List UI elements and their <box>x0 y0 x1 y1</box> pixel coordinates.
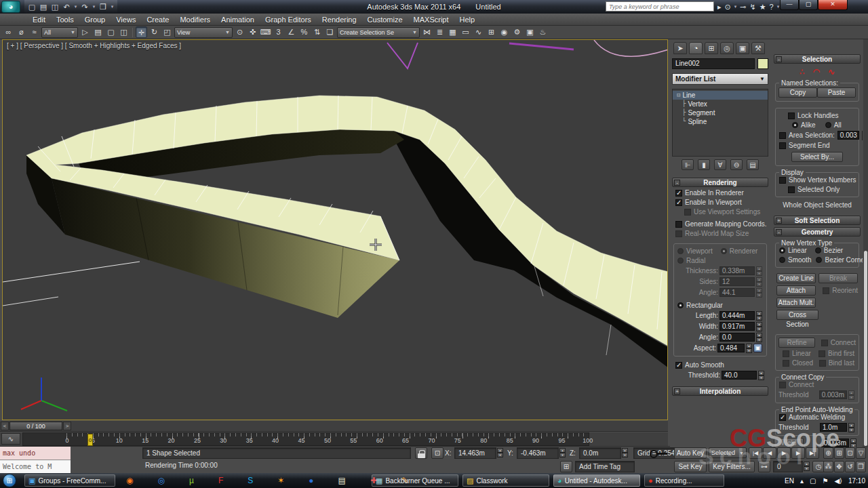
menu-item[interactable]: Modifiers <box>174 16 216 24</box>
track-bar-ruler[interactable]: 0510152025303540455055606570758085909510… <box>22 432 589 446</box>
maximize-button[interactable]: ▢ <box>799 0 818 10</box>
selection-lock-icon[interactable] <box>415 447 427 459</box>
select-by-name-icon[interactable]: ▤ <box>92 26 104 38</box>
tray-expand-icon[interactable]: ▴ <box>800 477 804 485</box>
length-field[interactable]: 0.444m <box>719 311 755 320</box>
time-slider-handle[interactable]: 0 / 100 <box>9 422 62 430</box>
object-name-field[interactable]: Line002 <box>672 58 755 69</box>
material-editor-icon[interactable]: ◉ <box>498 26 510 38</box>
sides-field[interactable]: 12 <box>719 277 755 286</box>
set-keys-key-icon[interactable] <box>648 447 671 459</box>
keyboard-override-icon[interactable]: ⌨ <box>260 26 271 38</box>
tab-hierarchy[interactable]: ⊞ <box>705 42 718 54</box>
open-file-icon[interactable]: ▤ <box>39 3 48 12</box>
pan-icon[interactable]: ✥ <box>834 461 844 472</box>
snaps-toggle-icon[interactable]: 3 <box>273 26 284 38</box>
viewport-label[interactable]: [ + ] [ Perspective ] [ Smooth + Highlig… <box>7 42 181 49</box>
linear-vertex-radio[interactable] <box>779 247 785 253</box>
x-spinner[interactable]: ▲▼ <box>497 448 503 457</box>
tab-motion[interactable]: ◎ <box>720 42 734 54</box>
selection-region-icon[interactable]: ▢ <box>105 26 117 38</box>
application-menu-button[interactable]: ◕ <box>1 1 20 13</box>
connect-copy-threshold-field[interactable]: 0.003m <box>819 390 847 399</box>
z-spinner[interactable]: ▲▼ <box>622 448 628 457</box>
vertex-subobject-icon[interactable]: ∴ <box>800 67 805 77</box>
weld-threshold-spinner[interactable]: ▲▼ <box>850 439 856 447</box>
cross-section-button[interactable]: Cross Section <box>776 310 818 320</box>
unlink-selection-icon[interactable]: ⌀ <box>16 26 27 38</box>
tab-create[interactable]: ➤ <box>673 42 687 54</box>
paste-named-selection-button[interactable]: Paste <box>817 87 856 98</box>
previous-frame-button[interactable]: ◀ <box>763 447 776 459</box>
select-and-scale-icon[interactable]: ◰ <box>161 26 173 38</box>
scrollbar-thumb[interactable] <box>864 251 867 446</box>
rendering-rollout-header[interactable]: - Rendering <box>672 178 768 187</box>
bind-last-checkbox[interactable] <box>819 360 826 367</box>
use-pivot-center-icon[interactable]: ⊙ <box>234 26 245 38</box>
mirror-icon[interactable]: ⋈ <box>421 26 433 38</box>
make-unique-button[interactable]: ∀ <box>714 159 726 170</box>
zoom-icon[interactable]: ⊕ <box>823 447 833 459</box>
modifier-stack-row[interactable]: ├Segment <box>673 108 768 117</box>
aspect-field[interactable]: 0.484 <box>717 344 745 352</box>
percent-snap-icon[interactable]: % <box>298 26 310 38</box>
tab-display[interactable]: ▣ <box>736 42 749 54</box>
redo-dropdown-icon[interactable]: ▾ <box>92 4 96 9</box>
auto-key-button[interactable]: Auto Key <box>674 447 707 459</box>
language-indicator[interactable]: EN <box>785 477 794 485</box>
next-frame-button[interactable]: ▶ <box>791 447 805 459</box>
start-button[interactable]: ⊞ <box>3 474 16 487</box>
y-spinner[interactable]: ▲▼ <box>559 448 566 457</box>
align-icon[interactable]: ≣ <box>434 26 446 38</box>
firefox-icon[interactable]: ◉ <box>126 476 133 485</box>
graphite-ribbon-icon[interactable]: ▭ <box>460 26 471 38</box>
attach-button[interactable]: Attach <box>776 285 816 296</box>
help-dropdown-icon[interactable]: ▾ <box>777 4 780 9</box>
perspective-viewport[interactable]: [ + ] [ Perspective ] [ Smooth + Highlig… <box>2 39 668 420</box>
modifier-stack-row[interactable]: └Spline <box>673 117 768 126</box>
toolbar-options-icon[interactable]: ▾ <box>110 4 115 9</box>
infocenter-search-input[interactable] <box>606 1 714 12</box>
radial-angle-field[interactable]: 44.1 <box>719 288 755 297</box>
x-coordinate-field[interactable]: 14.463m <box>454 447 496 459</box>
break-button[interactable]: Break <box>818 273 858 283</box>
utorrent-icon[interactable]: µ <box>189 476 194 485</box>
render-production-icon[interactable]: ♨ <box>537 26 549 38</box>
close-button[interactable]: ✕ <box>818 0 848 10</box>
infocenter-expand-icon[interactable]: ▸ <box>717 3 722 12</box>
smooth-vertex-radio[interactable] <box>779 257 785 263</box>
selected-only-checkbox[interactable] <box>788 186 795 193</box>
area-selection-spinner[interactable]: ▲▼ <box>862 131 863 140</box>
current-frame-marker[interactable]: 0 <box>87 434 93 446</box>
clock[interactable]: 17:10 <box>848 477 865 485</box>
favorites-star-icon[interactable]: ★ <box>760 3 766 12</box>
select-and-manipulate-icon[interactable]: ✜ <box>247 26 258 38</box>
menu-item[interactable]: Views <box>111 16 141 24</box>
bezier-vertex-radio[interactable] <box>815 247 821 253</box>
auto-weld-threshold-spinner[interactable]: ▲▼ <box>848 423 854 432</box>
render-setup-icon[interactable]: ⚙ <box>511 26 523 38</box>
help-icon[interactable]: ? <box>770 3 774 11</box>
previous-frame-arrow[interactable]: < <box>1 422 9 430</box>
automatic-welding-checkbox[interactable] <box>779 414 786 421</box>
segment-subobject-icon[interactable]: ◠ <box>813 67 820 77</box>
absolute-offset-toggle-icon[interactable]: ⊡ <box>431 447 443 459</box>
object-color-swatch[interactable] <box>757 58 768 69</box>
modifier-stack-row[interactable]: ├Vertex <box>673 100 768 108</box>
walkthrough-icon[interactable]: ⁂ <box>823 461 833 472</box>
y-coordinate-field[interactable]: -0.463m <box>517 447 559 459</box>
minimize-button[interactable]: — <box>780 0 799 10</box>
select-object-icon[interactable]: ▷ <box>79 26 91 38</box>
skype-icon[interactable]: S <box>248 476 253 485</box>
enable-in-renderer-checkbox[interactable] <box>675 190 682 197</box>
show-vertex-numbers-checkbox[interactable] <box>779 177 786 184</box>
current-frame-field[interactable]: 0 <box>773 461 803 472</box>
soft-selection-rollout-header[interactable]: + Soft Selection <box>774 216 861 225</box>
select-and-move-icon[interactable]: ✛ <box>136 26 147 38</box>
selection-rollout-header[interactable]: - Selection <box>774 54 861 64</box>
taskbar-button-groups[interactable]: ▣ Groups - FreeComm... <box>24 474 115 487</box>
menu-item[interactable]: Create <box>141 16 174 24</box>
generate-mapping-coords-checkbox[interactable] <box>675 221 682 228</box>
speaker-icon[interactable]: ◀⟩ <box>834 477 842 485</box>
browser-compass-icon[interactable]: ◎ <box>157 476 164 485</box>
